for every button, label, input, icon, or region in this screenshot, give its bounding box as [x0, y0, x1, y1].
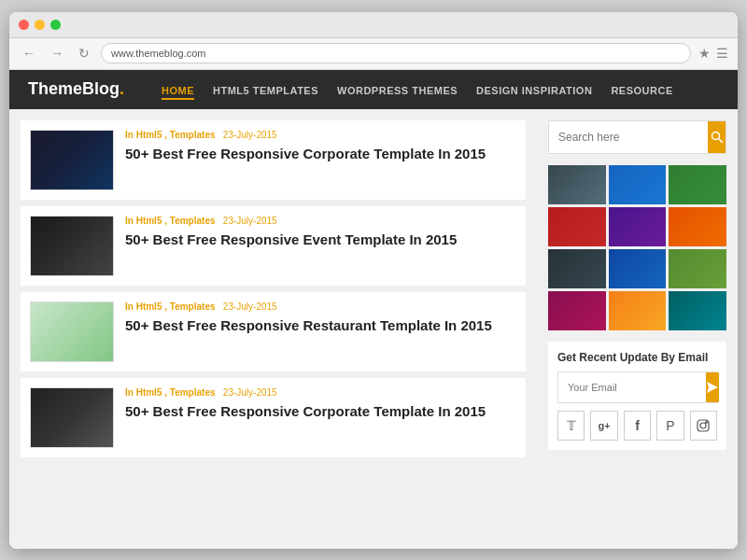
grid-thumb[interactable] [548, 249, 606, 288]
thumb-overlay [31, 131, 113, 189]
post-card: In Html5 , Templates 23-July-2015 50+ Be… [21, 120, 526, 201]
grid-thumb[interactable] [609, 165, 667, 204]
send-icon [706, 381, 719, 394]
menu-icon[interactable]: ☰ [716, 46, 728, 61]
sidebar: Get Recent Update By Email 𝕋 [537, 109, 738, 549]
post-thumbnail [30, 387, 114, 448]
post-category[interactable]: In Html5 , Templates [125, 130, 216, 140]
grid-thumb[interactable] [609, 291, 667, 330]
nav-link-wordpress[interactable]: WORDPRESS THEMES [337, 85, 458, 96]
nav-link-html5[interactable]: HTML5 TEMPLATES [213, 85, 318, 96]
post-card: In Html5 , Templates 23-July-2015 50+ Be… [21, 206, 526, 287]
pinterest-button[interactable]: P [656, 411, 684, 441]
refresh-button[interactable]: ↻ [75, 44, 93, 63]
post-title[interactable]: 50+ Best Free Responsive Restaurant Temp… [125, 316, 516, 335]
post-thumbnail [30, 130, 114, 190]
instagram-icon [697, 419, 710, 432]
address-bar[interactable]: www.themeblog.com [101, 43, 691, 63]
post-thumbnail [30, 216, 114, 276]
email-row [557, 371, 717, 403]
twitter-button[interactable]: 𝕋 [557, 411, 585, 441]
nav-item-wordpress[interactable]: WORDPRESS THEMES [337, 81, 458, 98]
browser-window: ← → ↻ www.themeblog.com ★ ☰ ThemeBlog. H… [9, 12, 738, 549]
posts-area: In Html5 , Templates 23-July-2015 50+ Be… [9, 109, 537, 549]
nav-item-html5[interactable]: HTML5 TEMPLATES [213, 81, 318, 98]
facebook-button[interactable]: f [624, 411, 651, 441]
grid-thumb[interactable] [669, 291, 726, 330]
close-button[interactable] [19, 20, 29, 30]
thumb-overlay [31, 302, 113, 361]
nav-item-design[interactable]: DESIGN INSPIRATION [476, 81, 592, 98]
post-category[interactable]: In Html5 , Templates [125, 216, 216, 226]
post-date: 23-July-2015 [223, 216, 277, 226]
post-date: 23-July-2015 [223, 387, 277, 398]
post-title[interactable]: 50+ Best Free Responsive Corporate Templ… [125, 402, 516, 421]
email-submit-button[interactable] [706, 372, 719, 402]
sidebar-image-grid [548, 165, 726, 330]
svg-point-5 [706, 421, 708, 423]
pinterest-icon: P [666, 418, 674, 433]
post-card: In Html5 , Templates 23-July-2015 50+ Be… [21, 378, 526, 458]
minimize-button[interactable] [35, 20, 45, 30]
title-bar [9, 12, 738, 38]
grid-thumb[interactable] [669, 249, 726, 288]
post-card: In Html5 , Templates 23-July-2015 50+ Be… [21, 292, 526, 372]
svg-point-4 [700, 423, 706, 428]
browser-toolbar: ← → ↻ www.themeblog.com ★ ☰ [9, 38, 738, 70]
nav-item-resource[interactable]: RESOURCE [611, 81, 672, 98]
search-icon [711, 131, 724, 144]
post-title[interactable]: 50+ Best Free Responsive Corporate Templ… [125, 145, 516, 163]
grid-thumb[interactable] [669, 207, 726, 246]
forward-button[interactable]: → [47, 44, 67, 63]
grid-thumb[interactable] [609, 249, 667, 288]
post-title[interactable]: 50+ Best Free Responsive Event Template … [125, 231, 516, 249]
thumb-overlay [31, 388, 113, 447]
grid-thumb[interactable] [548, 207, 606, 246]
site-content: In Html5 , Templates 23-July-2015 50+ Be… [9, 109, 738, 549]
website: ThemeBlog. HOME HTML5 TEMPLATES WORDPRES… [9, 70, 738, 549]
search-input[interactable] [549, 121, 708, 153]
post-meta: In Html5 , Templates 23-July-2015 [125, 216, 516, 226]
email-title: Get Recent Update By Email [557, 351, 717, 364]
post-meta: In Html5 , Templates 23-July-2015 [125, 301, 516, 312]
grid-thumb[interactable] [609, 207, 667, 246]
star-icon[interactable]: ★ [698, 46, 711, 61]
svg-point-0 [712, 132, 719, 139]
nav-links: HOME HTML5 TEMPLATES WORDPRESS THEMES DE… [162, 81, 673, 98]
post-info: In Html5 , Templates 23-July-2015 50+ Be… [125, 301, 516, 335]
nav-link-design[interactable]: DESIGN INSPIRATION [476, 85, 592, 96]
svg-marker-2 [707, 382, 718, 393]
logo-dot: . [120, 79, 124, 98]
post-category[interactable]: In Html5 , Templates [125, 387, 216, 398]
post-info: In Html5 , Templates 23-July-2015 50+ Be… [125, 216, 516, 249]
google-plus-icon: g+ [599, 420, 611, 431]
site-logo: ThemeBlog. [28, 79, 124, 99]
post-category[interactable]: In Html5 , Templates [125, 301, 216, 312]
grid-thumb[interactable] [548, 291, 606, 330]
google-plus-button[interactable]: g+ [590, 411, 617, 441]
thumb-overlay [31, 217, 113, 275]
facebook-icon: f [635, 418, 640, 433]
search-button[interactable] [708, 121, 726, 153]
maximize-button[interactable] [50, 20, 61, 30]
instagram-button[interactable] [690, 411, 717, 441]
grid-thumb[interactable] [669, 165, 726, 204]
email-widget: Get Recent Update By Email 𝕋 [548, 342, 726, 450]
twitter-icon: 𝕋 [567, 418, 576, 433]
email-input[interactable] [558, 372, 706, 402]
search-widget [548, 120, 726, 154]
post-info: In Html5 , Templates 23-July-2015 50+ Be… [125, 130, 516, 163]
post-date: 23-July-2015 [223, 130, 277, 140]
address-text: www.themeblog.com [111, 48, 206, 59]
nav-link-resource[interactable]: RESOURCE [611, 85, 672, 96]
toolbar-icons: ★ ☰ [698, 46, 728, 61]
svg-line-1 [718, 138, 723, 143]
post-thumbnail [30, 301, 114, 362]
grid-thumb[interactable] [548, 165, 606, 204]
nav-link-home[interactable]: HOME [162, 85, 194, 100]
nav-item-home[interactable]: HOME [162, 81, 194, 98]
site-nav: ThemeBlog. HOME HTML5 TEMPLATES WORDPRES… [9, 70, 738, 109]
back-button[interactable]: ← [19, 44, 39, 63]
post-info: In Html5 , Templates 23-July-2015 50+ Be… [125, 387, 516, 421]
post-date: 23-July-2015 [223, 301, 277, 312]
